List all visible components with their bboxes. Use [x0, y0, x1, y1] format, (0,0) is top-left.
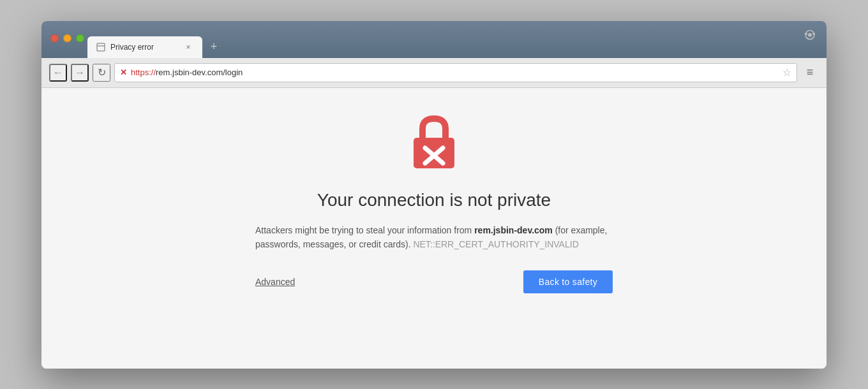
svg-rect-0: [97, 43, 105, 51]
traffic-lights: [50, 34, 84, 42]
address-bar[interactable]: ✕ https://rem.jsbin-dev.com/login ☆: [114, 63, 797, 82]
svg-point-3: [808, 33, 812, 36]
back-button[interactable]: ←: [49, 64, 67, 82]
description-start: Attackers might be trying to steal your …: [255, 225, 474, 235]
back-to-safety-button[interactable]: Back to safety: [523, 270, 613, 293]
tab-title: Privacy error: [110, 43, 178, 52]
new-tab-button[interactable]: +: [205, 38, 223, 56]
page-content: Your connection is not private Attackers…: [41, 88, 827, 369]
forward-button[interactable]: →: [71, 64, 89, 82]
advanced-button[interactable]: Advanced: [255, 277, 295, 287]
url-protocol: https://: [131, 68, 156, 77]
tab-close-button[interactable]: ×: [183, 42, 193, 52]
url-display: https://rem.jsbin-dev.com/login: [131, 68, 779, 77]
lock-icon-container: [408, 114, 460, 172]
reload-button[interactable]: ↻: [93, 64, 110, 82]
maximize-button[interactable]: [76, 34, 84, 42]
buttons-row: Advanced Back to safety: [255, 270, 613, 293]
tab-favicon: [96, 43, 105, 52]
minimize-button[interactable]: [63, 34, 71, 42]
svg-rect-5: [812, 33, 815, 34]
url-rest: rem.jsbin-dev.com/login: [156, 68, 243, 77]
security-error-icon: ✕: [120, 68, 127, 77]
active-tab[interactable]: Privacy error ×: [87, 36, 202, 58]
browser-window: Privacy error × + ← → ↻ ✕ https://rem.js…: [41, 21, 827, 369]
bookmark-icon[interactable]: ☆: [782, 66, 791, 78]
spy-icon: [801, 27, 819, 45]
tab-bar: Privacy error × +: [87, 36, 819, 58]
error-description: Attackers might be trying to steal your …: [255, 223, 613, 252]
svg-rect-4: [805, 33, 807, 34]
lock-error-icon: [408, 114, 460, 170]
error-heading: Your connection is not private: [317, 190, 551, 210]
close-button[interactable]: [50, 34, 59, 42]
error-code: NET::ERR_CERT_AUTHORITY_INVALID: [411, 239, 579, 249]
error-domain: rem.jsbin-dev.com: [474, 225, 553, 235]
toolbar: ← → ↻ ✕ https://rem.jsbin-dev.com/login …: [41, 58, 827, 88]
menu-button[interactable]: ≡: [801, 66, 819, 79]
title-bar: Privacy error × +: [41, 21, 827, 58]
